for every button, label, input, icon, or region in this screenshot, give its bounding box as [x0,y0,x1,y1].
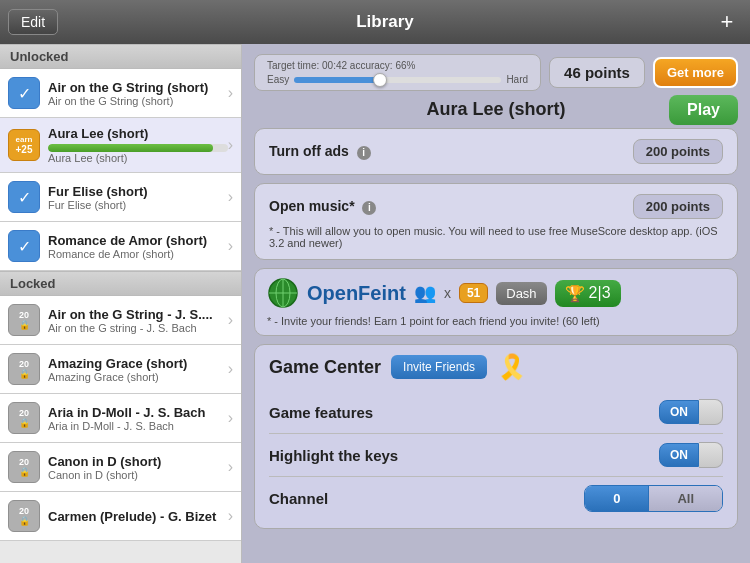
list-item[interactable]: 20 🔒 Aria in D-Moll - J. S. Bach Aria in… [0,394,241,443]
open-music-points: 200 points [633,194,723,219]
info-icon[interactable]: i [357,146,371,160]
info-icon[interactable]: i [362,201,376,215]
toggle-off-indicator [699,442,723,468]
hard-label: Hard [506,74,528,85]
item-title: Air on the G String - J. S.... [48,307,228,322]
chevron-right-icon: › [228,458,233,476]
list-item[interactable]: 20 🔒 Air on the G String - J. S.... Air … [0,296,241,345]
item-subtitle: Aura Lee (short) [48,152,228,164]
list-item[interactable]: 20 🔒 Carmen (Prelude) - G. Bizet › [0,492,241,541]
openfeint-note: * - Invite your friends! Earn 1 point fo… [267,315,725,327]
item-title: Aura Lee (short) [48,126,228,141]
ribbon-icon: 🎗️ [497,353,527,381]
item-subtitle: Romance de Amor (short) [48,248,228,260]
open-music-label: Open music* i [269,198,376,215]
turn-off-ads-points: 200 points [633,139,723,164]
channel-selector: 0 All [584,485,723,512]
checked-icon: ✓ [8,77,40,109]
song-title-row: Aura Lee (short) Play [254,99,738,120]
openfeint-globe-icon [267,277,299,309]
locked-icon: 20 🔒 [8,353,40,385]
add-button[interactable]: + [712,9,742,35]
highlight-keys-toggle[interactable]: ON [659,442,723,468]
turn-off-ads-card: Turn off ads i 200 points [254,128,738,175]
edit-button[interactable]: Edit [8,9,58,35]
openfeint-card: OpenFeint 👥 x 51 Dash 🏆2|3 * - Invite yo… [254,268,738,336]
item-subtitle: Aria in D-Moll - J. S. Bach [48,420,228,432]
list-item[interactable]: ✓ Fur Elise (short) Fur Elise (short) › [0,173,241,222]
game-features-row: Game features ON [269,391,723,434]
locked-icon: 20 🔒 [8,500,40,532]
highlight-keys-row: Highlight the keys ON [269,434,723,477]
item-title: Carmen (Prelude) - G. Bizet [48,509,228,524]
main-content: Unlocked ✓ Air on the G String (short) A… [0,44,750,563]
chevron-right-icon: › [228,136,233,154]
chevron-right-icon: › [228,311,233,329]
channel-zero-button[interactable]: 0 [585,486,648,511]
sidebar: Unlocked ✓ Air on the G String (short) A… [0,44,242,563]
channel-all-button[interactable]: All [649,486,722,511]
song-header-row: Target time: 00:42 accuracy: 66% Easy Ha… [254,54,738,91]
item-title: Aria in D-Moll - J. S. Bach [48,405,228,420]
song-title: Aura Lee (short) [254,99,738,120]
locked-header: Locked [0,271,241,296]
chevron-right-icon: › [228,237,233,255]
chevron-right-icon: › [228,188,233,206]
chevron-right-icon: › [228,409,233,427]
item-title: Canon in D (short) [48,454,228,469]
dash-button[interactable]: Dash [496,282,546,305]
points-badge: 46 points [549,57,645,88]
chevron-right-icon: › [228,84,233,102]
multiply-icon: x [444,285,451,301]
chevron-right-icon: › [228,507,233,525]
open-music-card: Open music* i 200 points * - This will a… [254,183,738,260]
progress-bar [48,144,228,152]
toggle-off-indicator [699,399,723,425]
checked-icon: ✓ [8,181,40,213]
open-music-note: * - This will allow you to open music. Y… [269,225,723,249]
easy-label: Easy [267,74,289,85]
target-time: Target time: 00:42 accuracy: 66% [267,60,528,71]
friends-icon: 👥 [414,282,436,304]
game-features-label: Game features [269,404,373,421]
item-title: Air on the G String (short) [48,80,228,95]
play-button[interactable]: Play [669,95,738,125]
game-center-card: Game Center Invite Friends 🎗️ Game featu… [254,344,738,529]
locked-icon: 20 🔒 [8,451,40,483]
progress-fill [48,144,213,152]
list-item[interactable]: 20 🔒 Canon in D (short) Canon in D (shor… [0,443,241,492]
list-item[interactable]: ✓ Air on the G String (short) Air on the… [0,69,241,118]
get-more-button[interactable]: Get more [653,57,738,88]
trophy-badge: 🏆2|3 [555,280,621,307]
difficulty-box: Target time: 00:42 accuracy: 66% Easy Ha… [254,54,541,91]
item-subtitle: Canon in D (short) [48,469,228,481]
right-panel: Target time: 00:42 accuracy: 66% Easy Ha… [242,44,750,563]
channel-row: Channel 0 All [269,477,723,520]
invite-friends-button[interactable]: Invite Friends [391,355,487,379]
item-title: Amazing Grace (short) [48,356,228,371]
chevron-right-icon: › [228,360,233,378]
item-subtitle: Air on the G String (short) [48,95,228,107]
game-features-toggle[interactable]: ON [659,399,723,425]
channel-label: Channel [269,490,328,507]
toggle-on-label: ON [659,443,699,467]
toggle-on-label: ON [659,400,699,424]
item-subtitle: Air on the G string - J. S. Bach [48,322,228,334]
locked-icon: 20 🔒 [8,402,40,434]
list-item[interactable]: 20 🔒 Amazing Grace (short) Amazing Grace… [0,345,241,394]
item-subtitle: Amazing Grace (short) [48,371,228,383]
locked-icon: 20 🔒 [8,304,40,336]
difficulty-slider[interactable] [294,77,501,83]
item-subtitle: Fur Elise (short) [48,199,228,211]
list-item[interactable]: earn +25 Aura Lee (short) Aura Lee (shor… [0,118,241,173]
unlocked-header: Unlocked [0,44,241,69]
game-center-title: Game Center [269,357,381,378]
openfeint-logo-text: OpenFeint [307,282,406,305]
checked-icon: ✓ [8,230,40,262]
slider-thumb [373,73,387,87]
points-badge: 51 [459,283,488,303]
item-title: Romance de Amor (short) [48,233,228,248]
turn-off-ads-label: Turn off ads i [269,143,371,160]
highlight-keys-label: Highlight the keys [269,447,398,464]
list-item[interactable]: ✓ Romance de Amor (short) Romance de Amo… [0,222,241,271]
